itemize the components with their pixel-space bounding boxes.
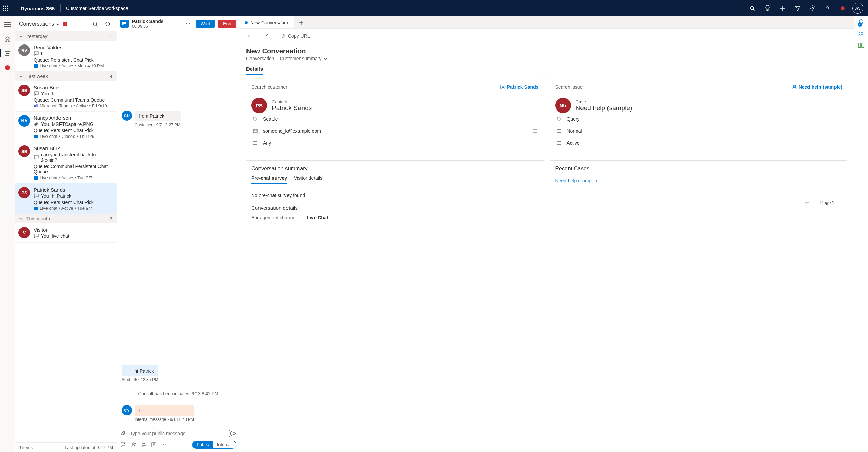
hamburger-icon[interactable] [2, 19, 13, 30]
group-header-thismonth[interactable]: This month 3 [15, 214, 117, 223]
field-priority[interactable]: Normal [555, 125, 843, 137]
brand-label[interactable]: Dynamics 365 [16, 5, 59, 11]
svg-point-2 [7, 6, 8, 7]
contact-name: Patrick Sands [34, 187, 113, 193]
chat-panel: Patrick Sands 00:09:35 ⋯ Wait End CU fro… [117, 16, 240, 452]
teams-icon [34, 104, 38, 108]
popout-icon[interactable] [261, 32, 271, 40]
chat-icon [34, 51, 39, 56]
attachment-icon[interactable] [120, 430, 126, 437]
message-preview: can you transfer it back to Jessie? [41, 152, 113, 163]
transfer-icon[interactable] [141, 442, 146, 448]
notes-icon[interactable] [151, 442, 157, 448]
field-city[interactable]: Seattle [251, 113, 539, 125]
inbox-icon[interactable] [2, 48, 13, 59]
record-name[interactable]: Need help (sample) [576, 104, 632, 112]
smart-assist-icon[interactable]: 4 [858, 19, 864, 26]
app-launcher-icon[interactable] [3, 5, 16, 11]
svg-point-13 [93, 22, 97, 25]
tag-icon [253, 117, 258, 121]
refresh-icon[interactable] [103, 19, 112, 29]
workspace-label[interactable]: Customer Service workspace [62, 5, 132, 11]
right-rail: 4 [854, 16, 868, 452]
item-meta: Microsoft Teams • Active • Fri 9/10 [40, 103, 107, 108]
conversation-item[interactable]: RV Rene Valdes hi Queue: Persistent Chat… [15, 41, 117, 72]
first-page-icon[interactable]: ⇤ [805, 200, 809, 205]
help-icon[interactable] [820, 0, 835, 16]
add-icon[interactable] [775, 0, 790, 16]
svg-point-25 [793, 85, 795, 87]
crumb-item[interactable]: Customer summary [280, 56, 321, 61]
settings-icon[interactable] [805, 0, 820, 16]
mail-icon [253, 129, 258, 133]
more-icon[interactable]: ⋯ [161, 442, 166, 448]
record-type: Case [576, 99, 632, 104]
card-title: Recent Cases [555, 166, 843, 172]
tag-icon [557, 117, 562, 121]
conversation-item-selected[interactable]: PS Patrick Sands You: hi Patrick Queue: … [15, 183, 117, 214]
end-button[interactable]: End [218, 20, 236, 28]
record-name[interactable]: Patrick Sands [272, 104, 312, 112]
visibility-toggle[interactable]: Public Internal [192, 441, 236, 449]
tab-visitor-details[interactable]: Visitor details [294, 175, 322, 184]
details-pane: New Conversation Copy URL New Conversati… [240, 16, 854, 452]
toggle-internal[interactable]: Internal [213, 441, 236, 448]
chevron-down-icon[interactable] [324, 57, 328, 61]
svg-line-14 [96, 25, 98, 26]
home-icon[interactable] [2, 34, 13, 44]
tab-status-dot [245, 21, 248, 24]
conversation-item[interactable]: SB Susan Burk can you transfer it back t… [15, 142, 117, 183]
conversation-item[interactable]: NA Nancy Anderson You: MSFTCapture.PNG Q… [15, 112, 117, 142]
conversations-dropdown[interactable]: Conversations [19, 21, 60, 27]
quick-reply-icon[interactable] [120, 442, 126, 448]
back-icon[interactable] [243, 32, 254, 40]
field-subject[interactable]: Query [555, 113, 843, 125]
conversation-item[interactable]: SB Susan Burk You: hi Queue: Communal Te… [15, 81, 117, 112]
case-lookup[interactable]: Need help (sample) [792, 84, 842, 90]
search-icon[interactable] [91, 19, 100, 29]
contact-name: Nancy Anderson [34, 115, 113, 121]
conversation-item[interactable]: V Visitor You: live chat [15, 223, 117, 243]
lightbulb-icon[interactable] [760, 0, 775, 16]
add-tab-icon[interactable] [294, 20, 308, 25]
group-header-yesterday[interactable]: Yesterday 1 [15, 31, 117, 41]
tab-new-conversation[interactable]: New Conversation [240, 16, 294, 28]
field-email[interactable]: someone_k@example.com [251, 125, 539, 137]
queue-label: Queue: Persistent Chat Pick [34, 57, 113, 63]
more-icon[interactable]: ⋯ [184, 20, 192, 28]
wait-button[interactable]: Wait [196, 20, 215, 28]
consult-icon[interactable] [131, 442, 136, 448]
sender-avatar: CU [122, 111, 132, 121]
group-header-lastweek[interactable]: Last week 4 [15, 72, 117, 81]
send-icon[interactable] [229, 430, 236, 437]
unread-indicator [63, 22, 67, 26]
compose-mail-icon[interactable] [533, 129, 537, 133]
tab-details[interactable]: Details [246, 66, 263, 75]
prev-page-icon[interactable]: ← [813, 200, 817, 205]
filter-icon[interactable] [790, 0, 805, 16]
empty-state: No pre-chat survey found [251, 189, 539, 205]
user-avatar[interactable]: JW [852, 3, 863, 14]
crumb-item[interactable]: Conversation [246, 56, 275, 61]
presence-status[interactable] [835, 0, 850, 16]
message-preview: You: hi [41, 91, 55, 96]
tab-prechat[interactable]: Pre-chat survey [251, 175, 287, 184]
next-page-icon[interactable]: → [838, 200, 842, 205]
message-preview: You: hi Patrick [41, 193, 71, 199]
copy-url-button[interactable]: Copy URL [278, 32, 313, 40]
presence-indicator[interactable] [2, 62, 13, 73]
channel-chip [34, 64, 38, 68]
avatar: SB [18, 85, 30, 96]
field-status[interactable]: Active [555, 137, 843, 149]
message-input[interactable] [130, 431, 226, 436]
contact-name: Visitor [34, 227, 113, 233]
agent-scripts-icon[interactable] [858, 31, 864, 37]
toggle-public[interactable]: Public [192, 441, 213, 448]
conversations-title: Conversations [19, 21, 54, 27]
customer-lookup[interactable]: Patrick Sands [500, 84, 539, 90]
search-icon[interactable] [745, 0, 760, 16]
knowledge-icon[interactable] [858, 42, 864, 48]
field-preference[interactable]: Any [251, 137, 539, 149]
sender-avatar: CY [122, 405, 132, 415]
case-link[interactable]: Need help (sample) [555, 175, 843, 186]
